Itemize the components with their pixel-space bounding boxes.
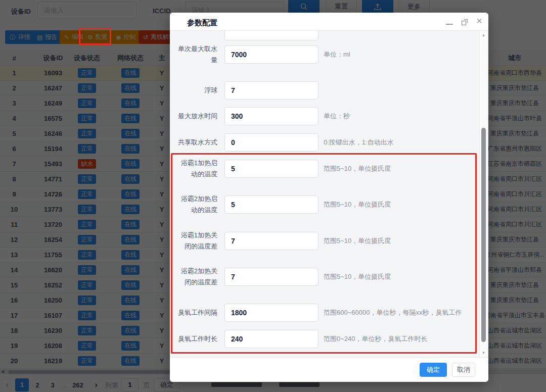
modal-body: ▲ ▼ 单次最大取水量7000单位：ml浮球7最大放水时间300单位：秒共享取水… — [170, 31, 488, 357]
form-input[interactable]: 7000 — [224, 45, 318, 64]
minimize-icon[interactable] — [446, 24, 453, 25]
modal-title: 参数配置 — [187, 13, 217, 33]
fullscreen-icon[interactable] — [461, 19, 468, 26]
form-label: 浮球 — [175, 81, 217, 100]
form-hint: 0:按键出水，1:自动出水 — [324, 133, 394, 152]
form-input-partial[interactable] — [224, 31, 318, 40]
modal-header: 参数配置 × — [170, 13, 488, 31]
modal-footer: 确定 取消 — [170, 357, 488, 382]
annotation-box-fields — [171, 153, 477, 354]
form-label: 共享取水方式 — [175, 133, 217, 152]
form-input[interactable]: 7 — [224, 81, 318, 100]
modal-scrollbar[interactable]: ▲ ▼ — [479, 31, 487, 357]
scroll-down-icon[interactable]: ▼ — [480, 351, 487, 355]
confirm-button[interactable]: 确定 — [420, 363, 447, 377]
cancel-button[interactable]: 取消 — [452, 363, 475, 377]
form-hint: 单位：秒 — [324, 107, 350, 125]
close-icon[interactable]: × — [474, 14, 484, 28]
form-input[interactable]: 300 — [224, 107, 318, 125]
scroll-up-icon[interactable]: ▲ — [480, 33, 487, 37]
screen: 设备ID 请输入 ICCID 请输入 重置 更多 ⓘ详情▤报告✎编辑⚙配置◉控制… — [0, 0, 546, 392]
form-input[interactable]: 0 — [224, 133, 318, 152]
annotation-box-config-button — [79, 28, 111, 45]
parameter-config-modal: 参数配置 × ▲ ▼ 单次最大取水量7000单位：ml浮球7最大放水时间300单… — [170, 13, 488, 382]
form-label: 单次最大取水量 — [175, 45, 217, 64]
form-hint: 单位：ml — [324, 45, 350, 64]
form-label: 最大放水时间 — [175, 107, 217, 125]
modal-scroll-thumb[interactable] — [481, 128, 486, 342]
